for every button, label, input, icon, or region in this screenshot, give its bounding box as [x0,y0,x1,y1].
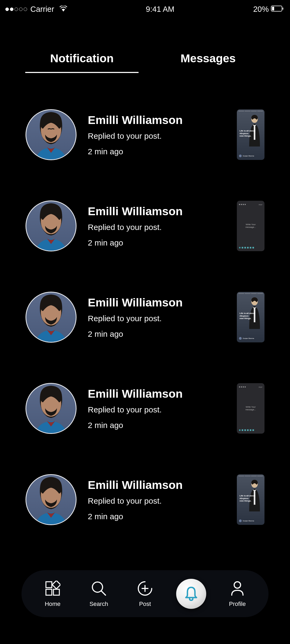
notification-action: Replied to your post. [88,223,237,232]
thumb-story-author: Gunjan Sharma [243,338,254,339]
tab-messages[interactable]: Messages [145,52,271,73]
list-item[interactable]: Emilli Williamson Replied to your post. … [26,474,264,525]
notification-time: 2 min ago [88,147,237,156]
svg-point-18 [92,582,103,592]
thumb-story-author: Gunjan Sharma [243,520,254,522]
svg-line-19 [102,591,106,595]
nav-profile-label: Profile [229,601,246,608]
notification-content: Emilli Williamson Replied to your post. … [88,478,237,521]
notification-name: Emilli Williamson [88,478,237,492]
profile-icon [230,580,245,597]
battery-percentage: 20% [253,5,269,14]
post-thumbnail[interactable]: POST Write Your message... [237,201,264,251]
notification-name: Emilli Williamson [88,114,237,127]
list-item[interactable]: Emilli Williamson Replied to your post. … [26,109,264,160]
post-thumbnail[interactable]: Life is all about #Explore new things. G… [237,109,264,160]
notification-name: Emilli Williamson [88,205,237,218]
thumb-story-line3: new things. [240,500,262,502]
nav-home-label: Home [45,601,61,608]
wifi-icon [60,6,67,13]
notification-content: Emilli Williamson Replied to your post. … [88,296,237,339]
nav-search-label: Search [89,601,108,608]
thumb-story-line1: Life is all about [240,495,262,497]
thumb-msg-post: POST [259,386,262,388]
nav-post-label: Post [139,601,151,608]
nav-post[interactable]: Post [122,580,168,608]
post-thumbnail[interactable]: Life is all about #Explore new things. G… [237,292,264,342]
nav-notification-active [176,579,206,609]
svg-rect-2 [282,8,283,10]
post-icon [137,580,153,597]
list-item[interactable]: Emilli Williamson Replied to your post. … [26,200,264,251]
avatar[interactable] [26,200,77,251]
bell-icon [183,586,199,602]
thumb-story-line2: #Explore [240,132,262,135]
thumb-story-line3: new things. [240,317,262,320]
nav-search[interactable]: Search [76,580,122,608]
nav-notification[interactable] [168,579,214,609]
thumb-msg-center: Write Your message... [244,406,258,411]
battery-icon [271,6,283,13]
notification-content: Emilli Williamson Replied to your post. … [88,114,237,156]
notification-name: Emilli Williamson [88,296,237,309]
notification-time: 2 min ago [88,421,237,430]
list-item[interactable]: Emilli Williamson Replied to your post. … [26,383,264,434]
thumb-msg-center: Write Your message... [244,223,258,228]
thumb-story-author: Gunjan Sharma [243,155,254,157]
signal-dots-icon [5,8,27,11]
list-item[interactable]: Emilli Williamson Replied to your post. … [26,292,264,343]
tabs: Notification Messages [0,52,290,73]
post-thumbnail[interactable]: POST Write Your message... [237,383,264,434]
notification-time: 2 min ago [88,512,237,521]
avatar[interactable] [26,474,77,525]
avatar[interactable] [26,292,77,343]
thumb-msg-post: POST [259,204,262,206]
notification-time: 2 min ago [88,330,237,339]
notification-action: Replied to your post. [88,496,237,506]
thumb-story-line1: Life is all about [240,312,262,315]
svg-rect-15 [46,589,52,595]
notification-content: Emilli Williamson Replied to your post. … [88,205,237,247]
bottom-nav: Home Search Post [21,570,269,617]
svg-rect-1 [272,7,274,10]
post-thumbnail[interactable]: Life is all about #Explore new things. G… [237,474,264,525]
notification-list[interactable]: Emilli Williamson Replied to your post. … [0,109,290,525]
carrier-label: Carrier [30,5,54,14]
notification-action: Replied to your post. [88,405,237,414]
thumb-story-line1: Life is all about [240,130,262,132]
avatar[interactable] [26,383,77,434]
notification-content: Emilli Williamson Replied to your post. … [88,387,237,430]
thumb-story-line2: #Explore [240,315,262,317]
avatar[interactable] [26,109,77,160]
svg-rect-14 [46,582,52,588]
notification-action: Replied to your post. [88,131,237,141]
notification-name: Emilli Williamson [88,387,237,400]
tab-notification[interactable]: Notification [19,52,145,73]
search-icon [91,580,107,597]
status-time: 9:41 AM [146,5,174,14]
status-right: 20% [253,5,283,14]
svg-rect-17 [52,581,60,589]
notification-action: Replied to your post. [88,314,237,323]
status-left: Carrier [5,5,67,14]
nav-home[interactable]: Home [30,580,76,608]
nav-profile[interactable]: Profile [214,580,260,608]
thumb-story-line3: new things. [240,135,262,137]
svg-point-22 [234,582,241,588]
svg-rect-16 [53,589,59,595]
notification-time: 2 min ago [88,238,237,247]
home-icon [45,580,60,597]
thumb-story-line2: #Explore [240,497,262,500]
status-bar: Carrier 9:41 AM 20% [0,0,290,18]
